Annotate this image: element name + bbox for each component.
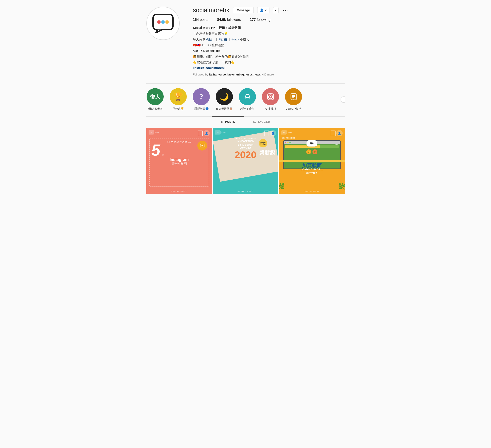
followers-stat[interactable]: 84.6k followers xyxy=(217,18,241,22)
highlight-circle-3: ? xyxy=(193,88,210,105)
bio-link[interactable]: linktr.ee/socialmorehk xyxy=(193,66,226,70)
svg-point-2 xyxy=(161,20,165,24)
highlight-label-5: 設計 & 廣告 xyxy=(240,107,254,111)
bio-line-2: 每天分享 #設計 ｜ #行銷 ｜ #uiux 小技巧 xyxy=(193,37,345,42)
username: socialmorehk xyxy=(193,7,229,14)
highlight-circle-1: 懶人 xyxy=(147,88,164,105)
bio-line-6: 👆按這裡先來了解一下我們👆 xyxy=(193,60,345,65)
highlight-circle-5 xyxy=(239,88,256,105)
highlight-item-4[interactable]: 🌙 夜鬼學習區🦉 xyxy=(216,88,233,111)
svg-point-4 xyxy=(247,94,248,95)
svg-point-1 xyxy=(157,20,161,24)
profile-info: socialmorehk Message 👤 ✓ ▾ ··· 164 posts… xyxy=(193,7,345,77)
bio-line-4: 𝐒𝐎𝐂𝐈𝐀𝐋 𝐌𝐎𝐑𝐄 𝐇𝐊 xyxy=(193,49,345,54)
post-item-2[interactable]: ··· #146 👤 CREATIVE REFERENCES xyxy=(213,128,278,194)
profile-top-row: socialmorehk Message 👤 ✓ ▾ ··· xyxy=(193,7,345,14)
following-stat[interactable]: 177 following xyxy=(250,18,271,22)
highlight-label-2: 里程碑🏆 xyxy=(172,107,184,111)
avatar[interactable] xyxy=(146,7,180,40)
person-check-icon: 👤 xyxy=(260,9,264,12)
svg-point-8 xyxy=(273,93,274,95)
tab-tagged[interactable]: 🏷 TAGGED xyxy=(244,116,279,127)
highlight-label-7: UI/UX 小技巧 xyxy=(286,107,301,111)
highlight-label-1: #懶人教學室 xyxy=(148,107,162,111)
highlight-item-7[interactable]: UI/UX 小技巧 xyxy=(285,88,302,111)
stats-row: 164 posts 84.6k followers 177 following xyxy=(193,18,345,22)
post-item-3[interactable]: ··· #145 👤 UI / UX BASICS xyxy=(279,128,345,194)
posts-stat[interactable]: 164 posts xyxy=(193,18,208,22)
post-item-1[interactable]: ··· #147 👤 INSTAGRAM TUTORIAL xyxy=(146,128,212,194)
follow-options-button[interactable]: 👤 ✓ xyxy=(257,7,269,13)
highlight-label-6: IG 小技巧 xyxy=(264,107,276,111)
bio-line-1: 「創意是要分享出來的💡」 xyxy=(193,31,345,36)
svg-point-10 xyxy=(293,99,294,100)
highlight-item-2[interactable]: 🏆 里程碑🏆 xyxy=(170,88,187,111)
bio-line-3: 🇭🇰🇹🇼FB、IG 社群經營 xyxy=(193,43,345,48)
highlights-row: 懶人 #懶人教學室 🏆 里程碑🏆 ? 💬問與答🔵 🌙 xyxy=(146,88,345,111)
highlight-circle-4: 🌙 xyxy=(216,88,233,105)
highlight-circle-6 xyxy=(262,88,279,105)
highlight-item-5[interactable]: 設計 & 廣告 xyxy=(239,88,256,111)
highlight-item-6[interactable]: IG 小技巧 xyxy=(262,88,279,111)
tagged-icon: 🏷 xyxy=(253,120,256,124)
bio-link-wrapper: linktr.ee/socialmorehk xyxy=(193,66,345,70)
highlight-item-3[interactable]: ? 💬問與答🔵 xyxy=(192,88,210,111)
bio-line-5: 🙋想學、想問、想合作的🙋歡迎DM我們 xyxy=(193,54,345,59)
posts-grid: ··· #147 👤 INSTAGRAM TUTORIAL xyxy=(146,128,345,194)
bio-name: Social More HK｜行銷 x 設計教學 xyxy=(193,25,345,30)
highlight-item-1[interactable]: 懶人 #懶人教學室 xyxy=(146,88,164,111)
bio-section: Social More HK｜行銷 x 設計教學 「創意是要分享出來的💡」 每天… xyxy=(193,25,345,77)
highlights-section: 懶人 #懶人教學室 🏆 里程碑🏆 ? 💬問與答🔵 🌙 xyxy=(146,83,345,116)
highlight-circle-2: 🏆 xyxy=(170,88,187,105)
more-options-button[interactable]: ··· xyxy=(282,7,289,13)
highlight-label-3: 💬問與答🔵 xyxy=(194,107,209,111)
followed-by: Followed by its.hanyu.co, lazymanbag, le… xyxy=(193,72,345,77)
chevron-button[interactable]: ▾ xyxy=(273,7,279,13)
check-icon: ✓ xyxy=(264,9,267,12)
svg-point-6 xyxy=(270,96,271,97)
posts-grid-icon: ⊞ xyxy=(221,120,224,124)
highlight-circle-7 xyxy=(285,88,302,105)
message-button[interactable]: Message xyxy=(233,7,254,13)
svg-point-3 xyxy=(165,20,169,24)
tab-posts[interactable]: ⊞ POSTS xyxy=(212,116,244,127)
tabs-section: ⊞ POSTS 🏷 TAGGED xyxy=(146,116,345,127)
profile-header: socialmorehk Message 👤 ✓ ▾ ··· 164 posts… xyxy=(146,7,345,77)
highlights-next-button[interactable]: › xyxy=(341,96,345,103)
highlight-label-4: 夜鬼學習區🦉 xyxy=(216,107,233,111)
